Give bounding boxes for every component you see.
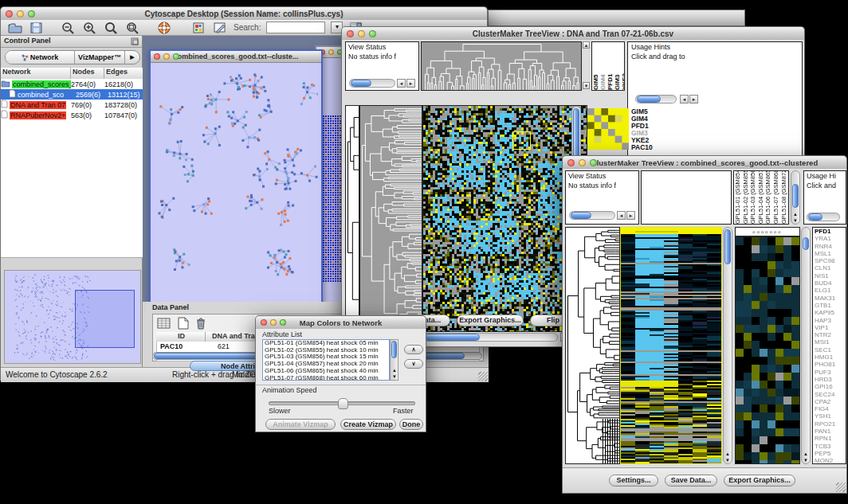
scroll-up-button[interactable]: ▴: [583, 41, 590, 49]
tv2-column-labels[interactable]: GPL51-01 (GSM854)GPL51-02 (GSM855)GPL51-…: [733, 170, 789, 225]
scroll-up-arrow[interactable]: ▲: [793, 212, 798, 217]
tv1-row-label[interactable]: PAC10: [631, 144, 671, 151]
gene-label[interactable]: RPO21: [815, 420, 846, 428]
gene-label[interactable]: MSL1: [815, 250, 846, 257]
network-row[interactable]: RNAPuberNov2+563(0)107847(0): [1, 110, 143, 120]
gene-label[interactable]: ELG1: [815, 287, 846, 294]
tv1-column-label[interactable]: GIM3: [614, 42, 621, 90]
network-row[interactable]: combined_sco2569(6)13112(15): [1, 89, 143, 100]
col-header-edges[interactable]: Edges: [104, 68, 143, 79]
scroll-left-button[interactable]: ◂: [617, 211, 626, 220]
gene-label[interactable]: SPC98: [815, 257, 846, 264]
tab-network[interactable]: Network: [6, 51, 75, 64]
tv2-column-label[interactable]: GPL51-07 (GSM868): [772, 171, 780, 224]
gene-label[interactable]: TCB3: [815, 443, 846, 450]
float-panel-icon[interactable]: [131, 37, 139, 45]
gene-label[interactable]: GTB1: [815, 302, 846, 309]
gene-label[interactable]: VIP1: [815, 324, 846, 331]
tv2-gene-labels[interactable]: PFD1YRA1RNR4MSL1SPC98CLN1NIS1BUD4ELG1MAK…: [812, 227, 846, 464]
gene-label[interactable]: FIG4: [815, 405, 846, 412]
tv2-labels-vscroll[interactable]: ▲ ▼: [791, 170, 800, 225]
tv2-zoom-heatmap[interactable]: [735, 236, 800, 464]
attribute-list-item[interactable]: GPL51-02 (GSM855) heat shock 10 min: [265, 347, 389, 354]
zoom-fit-icon[interactable]: [125, 21, 141, 35]
gene-label[interactable]: BUD4: [815, 279, 846, 287]
tv2-column-label[interactable]: GPL51-06 (GSM865): [764, 171, 772, 224]
minimize-button[interactable]: [328, 49, 334, 55]
network-row[interactable]: DNA and Tran 07769(0)183728(0): [1, 100, 143, 110]
resize-grip[interactable]: [836, 483, 846, 492]
tab-overflow-button[interactable]: ▶: [125, 51, 139, 64]
tv2-column-label[interactable]: GPL51-08 (GSM872): [780, 171, 788, 224]
gene-label[interactable]: SEC1: [815, 346, 846, 354]
zoom-out-icon[interactable]: [61, 21, 77, 35]
tv2-export-graphics-button[interactable]: Export Graphics...: [724, 475, 795, 486]
scroll-down-button[interactable]: ▾: [583, 82, 590, 89]
gene-label[interactable]: HMG1: [815, 354, 846, 361]
window-controls[interactable]: [6, 10, 35, 18]
tv2-status-scrollbar[interactable]: [569, 211, 615, 220]
new-attribute-icon[interactable]: [175, 316, 191, 330]
close-button[interactable]: [261, 319, 267, 326]
animate-vizmap-button[interactable]: Animate Vizmap: [265, 419, 336, 430]
gene-label[interactable]: PFD1: [815, 228, 846, 235]
create-vizmap-button[interactable]: Create Vizmap: [340, 419, 396, 430]
attribute-list-item[interactable]: GPL51-04 (GSM857) heat shock 20 min: [265, 361, 389, 368]
gene-label[interactable]: RNR4: [815, 243, 846, 250]
scroll-right-button[interactable]: ▸: [406, 79, 415, 88]
scroll-right-button[interactable]: ▸: [689, 95, 698, 104]
tv2-save-data-button[interactable]: Save Data...: [665, 475, 717, 486]
scroll-left-button[interactable]: ◂: [397, 79, 406, 88]
search-input[interactable]: [266, 21, 325, 33]
gene-label[interactable]: PHO81: [815, 361, 846, 368]
scroll-up-arrow[interactable]: ▲: [725, 451, 730, 456]
minimize-button[interactable]: [579, 159, 586, 166]
gene-label[interactable]: CPA2: [815, 398, 846, 405]
done-button[interactable]: Done: [399, 419, 423, 430]
tv1-column-label[interactable]: GIM5: [592, 42, 599, 90]
network-row[interactable]: combined_scores_2764(0)16218(0): [1, 79, 143, 89]
gene-label[interactable]: YRA1: [815, 235, 846, 242]
gene-label[interactable]: GPI16: [815, 383, 846, 390]
tv1-hints-scrollbar[interactable]: [635, 95, 677, 104]
gene-label[interactable]: NIS1: [815, 272, 846, 279]
zoom-button[interactable]: [369, 30, 376, 37]
gene-label[interactable]: SEC24: [815, 391, 846, 398]
scroll-down-arrow[interactable]: ▼: [803, 458, 808, 463]
scroll-left-button[interactable]: ◂: [680, 95, 689, 104]
zoom-in-icon[interactable]: [82, 21, 98, 35]
save-icon[interactable]: [29, 21, 45, 35]
minimize-button[interactable]: [270, 319, 277, 326]
scroll-up-arrow[interactable]: ▲: [392, 368, 397, 373]
attribute-list-item[interactable]: GPL51-03 (GSM856) heat shock 15 min: [265, 354, 389, 361]
tv2-row-dendrogram[interactable]: [565, 227, 620, 464]
tv2-hints-scrollbar[interactable]: [807, 213, 840, 221]
tv2-heatmap-vscroll[interactable]: ▲ ▼: [723, 227, 732, 464]
tv2-column-label[interactable]: GPL51-03 (GSM856): [749, 171, 757, 224]
network-canvas-1[interactable]: [151, 63, 318, 311]
gene-label[interactable]: CLN1: [815, 264, 846, 272]
tv1-column-label[interactable]: GIM4: [599, 42, 607, 90]
zoom-button[interactable]: [280, 319, 286, 326]
birdseye-view[interactable]: [4, 270, 141, 364]
tv1-heatmap-hscroll[interactable]: [422, 333, 558, 342]
close-button[interactable]: [347, 30, 354, 37]
tv2-settings-button[interactable]: Settings...: [609, 475, 658, 486]
attribute-list-item[interactable]: GPL51-01 (GSM854) heat shock 05 min: [265, 340, 389, 347]
gene-label[interactable]: HAP3: [815, 317, 846, 324]
tv1-column-label[interactable]: PFD1: [607, 42, 614, 90]
vizmap-icon[interactable]: [190, 21, 206, 35]
resize-grip[interactable]: [478, 372, 488, 381]
slider-thumb[interactable]: [338, 398, 348, 409]
attribute-list-item[interactable]: GPL51-06 (GSM865) heat shock 40 min: [265, 368, 389, 375]
delete-attribute-icon[interactable]: [193, 316, 209, 330]
attribute-list-item[interactable]: GPL51-07 (GSM868) heat shock 60 min: [265, 375, 389, 381]
tv2-column-tree-area[interactable]: [641, 170, 732, 225]
tv1-column-label[interactable]: YKE2: [621, 42, 625, 90]
animation-speed-slider[interactable]: [269, 401, 415, 405]
scroll-down-arrow[interactable]: ▼: [392, 374, 397, 379]
attribute-select-icon[interactable]: [156, 316, 172, 330]
data-col-id[interactable]: ID: [156, 332, 206, 342]
tv1-zoom-matrix[interactable]: [587, 108, 629, 150]
zoom-button[interactable]: [173, 53, 179, 60]
